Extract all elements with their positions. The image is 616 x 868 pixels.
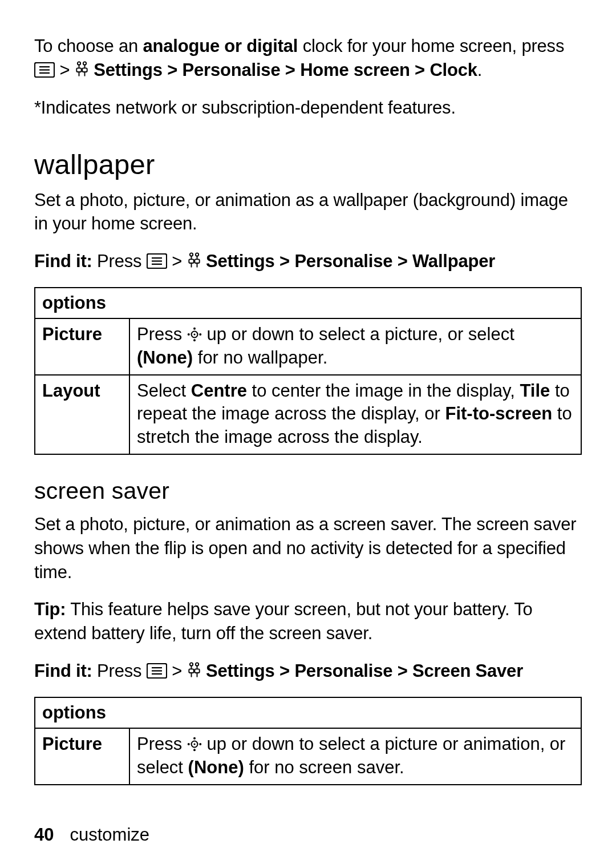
row0-post1: up or down to select a picture, or selec… — [202, 324, 514, 344]
screensaver-heading: screen saver — [34, 478, 582, 504]
w-path-1: Personalise — [294, 251, 392, 271]
page-footer: 40 customize — [34, 808, 582, 845]
sep2: > — [163, 60, 183, 80]
table-row: Picture Press up or down to select a pic… — [35, 728, 581, 785]
srow0-post2: for no screen saver. — [244, 757, 404, 777]
row1-tile: Tile — [520, 381, 550, 401]
row1-t1: to center the image in the display, — [247, 381, 520, 401]
s-path-2: Screen Saver — [412, 661, 523, 681]
options-header: options — [35, 288, 581, 318]
row-desc: Press up or down to select a picture, or… — [129, 318, 581, 375]
screensaver-desc: Set a photo, picture, or animation as a … — [34, 512, 582, 584]
table-row: Layout Select Centre to center the image… — [35, 375, 581, 454]
settings-icon — [187, 252, 201, 269]
intro-path-1: Personalise — [183, 60, 281, 80]
wsep3: > — [392, 251, 412, 271]
wallpaper-findit: Find it: Press > Settings > Personalise … — [34, 249, 582, 273]
sep3: > — [280, 60, 300, 80]
intro-path-0: Settings — [94, 60, 163, 80]
ssep1: > — [167, 661, 187, 681]
menu-icon — [34, 62, 55, 78]
intro-period: . — [477, 60, 482, 80]
row-label: Picture — [35, 318, 129, 375]
row1-centre: Centre — [191, 381, 247, 401]
tip-label: Tip: — [34, 599, 66, 619]
nav-key-icon — [187, 737, 202, 752]
tip-text: This feature helps save your screen, but… — [34, 599, 533, 643]
wsep1: > — [167, 251, 187, 271]
manual-page: To choose an analogue or digital clock f… — [0, 0, 616, 868]
row1-fit: Fit-to-screen — [445, 403, 553, 423]
wsep2: > — [275, 251, 295, 271]
sep4: > — [410, 60, 430, 80]
feature-note: *Indicates network or subscription-depen… — [34, 96, 582, 120]
wallpaper-desc: Set a photo, picture, or animation as a … — [34, 188, 582, 236]
srow0-none: (None) — [188, 757, 244, 777]
w-path-0: Settings — [206, 251, 275, 271]
settings-icon — [75, 60, 89, 78]
ssep3: > — [392, 661, 412, 681]
row0-pre: Press — [137, 324, 187, 344]
s-path-0: Settings — [206, 661, 275, 681]
intro-post1: clock for your home screen, press — [298, 36, 564, 56]
intro-paragraph: To choose an analogue or digital clock f… — [34, 34, 582, 82]
intro-pre: To choose an — [34, 36, 143, 56]
ssep2: > — [275, 661, 295, 681]
page-number: 40 — [34, 825, 54, 845]
nav-key-icon — [187, 327, 202, 342]
wallpaper-heading: wallpaper — [34, 148, 582, 180]
screensaver-tip: Tip: This feature helps save your screen… — [34, 597, 582, 645]
findit-label: Find it: — [34, 251, 92, 271]
row0-none: (None) — [137, 348, 193, 368]
intro-path-2: Home screen — [300, 60, 410, 80]
findit-label: Find it: — [34, 661, 92, 681]
row0-post2: for no wallpaper. — [193, 348, 327, 368]
row-desc: Select Centre to center the image in the… — [129, 375, 581, 454]
row-label: Layout — [35, 375, 129, 454]
sep1: > — [55, 60, 75, 80]
screensaver-options-table: options Picture Press up or down to sele… — [34, 697, 582, 785]
srow0-pre: Press — [137, 734, 187, 754]
w-path-2: Wallpaper — [412, 251, 495, 271]
options-header: options — [35, 697, 581, 728]
intro-path-3: Clock — [429, 60, 477, 80]
menu-icon — [147, 663, 167, 679]
intro-emph: analogue or digital — [143, 36, 298, 56]
table-row: Picture Press up or down to select a pic… — [35, 318, 581, 375]
section-name: customize — [70, 825, 149, 845]
findit-press: Press — [92, 661, 147, 681]
menu-icon — [147, 253, 167, 269]
row1-pre: Select — [137, 381, 191, 401]
wallpaper-options-table: options Picture Press up or down to sele… — [34, 287, 582, 455]
settings-icon — [187, 661, 201, 679]
findit-press: Press — [92, 251, 147, 271]
row-label: Picture — [35, 728, 129, 785]
screensaver-findit: Find it: Press > Settings > Personalise … — [34, 659, 582, 683]
row-desc: Press up or down to select a picture or … — [129, 728, 581, 785]
s-path-1: Personalise — [294, 661, 392, 681]
